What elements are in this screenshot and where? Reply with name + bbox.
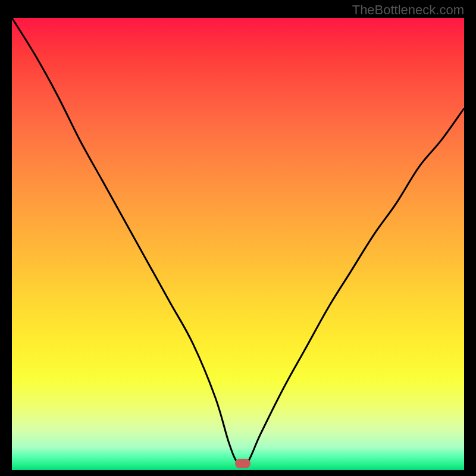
chart-plot-area	[12, 18, 464, 470]
chart-marker-dot	[235, 459, 250, 468]
watermark-text: TheBottleneck.com	[352, 2, 464, 18]
chart-curve	[12, 18, 464, 470]
